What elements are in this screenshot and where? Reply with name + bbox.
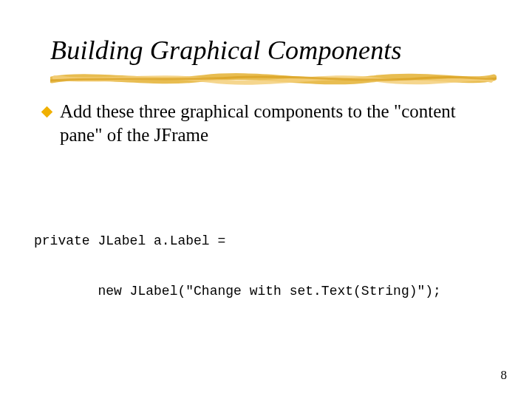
brush-stroke-icon [50,70,497,86]
slide: Building Graphical Components Add these … [0,0,532,399]
bullet-text: Add these three graphical components to … [60,100,497,147]
bullet-list: Add these three graphical components to … [30,100,502,147]
code-block-1: private JLabel a.Label = new JLabel("Cha… [34,200,502,332]
title-underline [30,70,502,86]
code-line: private JLabel a.Label = [34,233,502,250]
diamond-bullet-icon [41,106,53,118]
code-region: private JLabel a.Label = new JLabel("Cha… [34,166,502,399]
code-line: new JLabel("Change with set.Text(String)… [34,283,502,300]
slide-title: Building Graphical Components [50,35,502,66]
code-block-2: private JText.Area text.Editor = new JTe… [34,382,502,399]
bullet-item: Add these three graphical components to … [43,100,497,147]
page-number: 8 [501,368,508,383]
